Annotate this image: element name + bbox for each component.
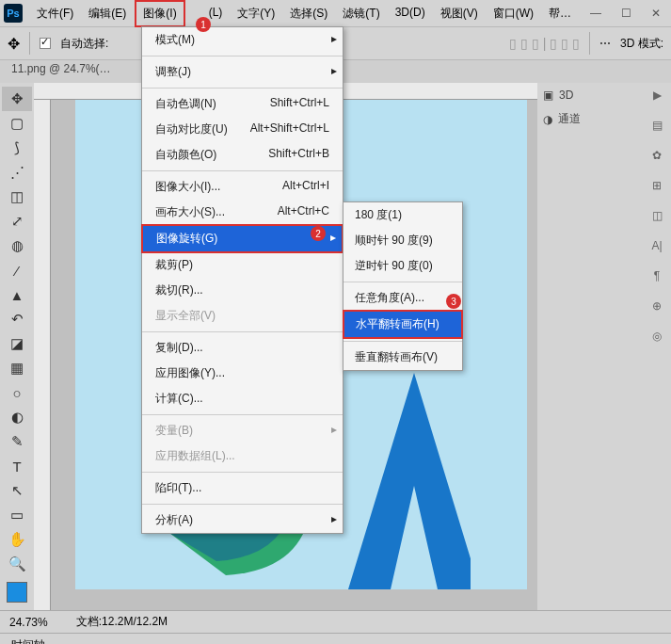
menu-item-8[interactable]: 图像大小(I)...Alt+Ctrl+I [142, 174, 343, 200]
eyedropper-tool[interactable]: ⤢ [2, 209, 32, 233]
submenu-item-0[interactable]: 180 度(1) [343, 202, 462, 228]
annotation-badge-2: 2 [311, 226, 326, 241]
menu-item-2[interactable]: 调整(J) [142, 59, 343, 85]
lasso-tool[interactable]: ⟆ [2, 136, 32, 160]
gradient-tool[interactable]: ▦ [2, 356, 32, 380]
menu-8[interactable]: 3D(D) [389, 2, 432, 25]
menu-item-5[interactable]: 自动对比度(U)Alt+Shift+Ctrl+L [142, 117, 343, 142]
ps-logo: Ps [4, 4, 23, 23]
history-brush-tool[interactable]: ↶ [2, 307, 32, 331]
menu-item-22[interactable]: 陷印(T)... [142, 475, 343, 501]
panel-3d[interactable]: ▣ 3D [543, 89, 637, 102]
menu-10[interactable]: 窗口(W) [487, 2, 540, 25]
extra-icon[interactable]: ⊕ [652, 299, 662, 313]
brush-panel-icon[interactable]: ✿ [652, 149, 662, 162]
hand-tool[interactable]: ✋ [2, 527, 32, 552]
timeline-panel[interactable]: 时间轴 [0, 633, 671, 644]
minimize-button[interactable]: — [581, 0, 611, 26]
submenu-item-4[interactable]: 水平翻转画布(H) [344, 312, 461, 337]
menu-item-12[interactable]: 裁切(R)... [142, 278, 343, 303]
annotation-badge-1: 1 [196, 17, 211, 32]
menu-1[interactable]: 编辑(E) [82, 2, 133, 25]
para-icon[interactable]: ¶ [654, 269, 660, 282]
menu-2[interactable]: 图像(I) [135, 0, 184, 27]
dodge-tool[interactable]: ◐ [2, 405, 32, 429]
right-collapsed-panels: ▶ ▤ ✿ ⊞ ◫ A| ¶ ⊕ ◎ [643, 83, 671, 610]
brushset-icon[interactable]: ⊞ [652, 179, 662, 192]
submenu-item-3[interactable]: 任意角度(A)... [343, 285, 462, 311]
menu-item-6[interactable]: 自动颜色(O)Shift+Ctrl+B [142, 142, 343, 168]
wand-tool[interactable]: ⋰ [2, 160, 32, 185]
status-bar: 24.73% 文档:12.2M/12.2M [0, 610, 671, 633]
auto-select-label: 自动选择: [60, 36, 108, 52]
menu-item-11[interactable]: 裁剪(P) [142, 252, 343, 278]
align-buttons[interactable]: ▯ ▯ ▯ | ▯ ▯ ▯ [509, 36, 580, 51]
zoom-tool[interactable]: 🔍 [2, 552, 32, 576]
history-icon[interactable]: ▤ [652, 119, 663, 132]
menu-item-0[interactable]: 模式(M) [142, 27, 343, 53]
play-icon[interactable]: ▶ [653, 89, 662, 102]
menu-item-13: 显示全部(V) [142, 303, 343, 329]
menu-7[interactable]: 滤镜(T) [336, 2, 386, 25]
shape-tool[interactable]: ▭ [2, 503, 32, 527]
eraser-tool[interactable]: ◪ [2, 331, 32, 356]
submenu-item-1[interactable]: 顺时针 90 度(9) [343, 228, 462, 253]
image-menu-dropdown: 模式(M)调整(J)自动色调(N)Shift+Ctrl+L自动对比度(U)Alt… [141, 26, 343, 534]
panel-channels[interactable]: ◑ 通道 [543, 111, 637, 127]
move-tool-icon: ✥ [8, 35, 20, 53]
menu-item-20: 应用数据组(L)... [142, 443, 343, 469]
pen-tool[interactable]: ✎ [2, 429, 32, 454]
char-icon[interactable]: A| [651, 239, 662, 252]
type-tool[interactable]: T [2, 454, 32, 478]
menu-9[interactable]: 视图(V) [434, 2, 485, 25]
annotation-badge-3: 3 [446, 294, 461, 309]
zoom-level[interactable]: 24.73% [9, 616, 48, 629]
menu-item-19: 变量(B) [142, 418, 343, 443]
left-toolbar: ✥ ▢ ⟆ ⋰ ◫ ⤢ ◍ ⁄ ▲ ↶ ◪ ▦ ○ ◐ ✎ T ↖ ▭ ✋ 🔍 [0, 83, 34, 610]
path-tool[interactable]: ↖ [2, 478, 32, 503]
auto-select-checkbox[interactable] [40, 38, 51, 49]
menu-item-4[interactable]: 自动色调(N)Shift+Ctrl+L [142, 91, 343, 117]
ruler-vertical [34, 100, 51, 610]
menu-item-16[interactable]: 应用图像(Y)... [142, 361, 343, 386]
stamp-tool[interactable]: ▲ [2, 282, 32, 307]
mode-3d-label: 3D 模式: [620, 36, 663, 52]
menu-11[interactable]: 帮… [542, 2, 578, 25]
doc-size: 文档:12.2M/12.2M [76, 614, 168, 630]
blur-tool[interactable]: ○ [2, 380, 32, 405]
move-tool[interactable]: ✥ [2, 87, 32, 111]
close-button[interactable]: ✕ [641, 0, 671, 26]
menu-5[interactable]: 文字(Y) [231, 2, 281, 25]
menu-6[interactable]: 选择(S) [283, 2, 334, 25]
submenu-item-5[interactable]: 垂直翻转画布(V) [343, 345, 462, 370]
heal-tool[interactable]: ◍ [2, 233, 32, 258]
marquee-tool[interactable]: ▢ [2, 111, 32, 136]
menu-item-24[interactable]: 分析(A) [142, 507, 343, 533]
image-rotation-submenu: 180 度(1)顺时针 90 度(9)逆时针 90 度(0)任意角度(A)...… [343, 201, 463, 371]
crop-tool[interactable]: ◫ [2, 185, 32, 209]
right-panel: ▣ 3D ◑ 通道 [537, 83, 643, 610]
brush-tool[interactable]: ⁄ [2, 258, 32, 282]
cc-icon[interactable]: ◎ [652, 330, 662, 343]
cube-icon: ▣ [543, 89, 553, 102]
menubar: 文件(F)编辑(E)图像(I)(L)文字(Y)选择(S)滤镜(T)3D(D)视图… [30, 2, 578, 25]
menu-item-15[interactable]: 复制(D)... [142, 335, 343, 361]
maximize-button[interactable]: ☐ [611, 0, 641, 26]
menu-item-17[interactable]: 计算(C)... [142, 386, 343, 411]
channels-icon: ◑ [543, 113, 552, 126]
submenu-item-2[interactable]: 逆时针 90 度(0) [343, 253, 462, 279]
menu-0[interactable]: 文件(F) [30, 2, 80, 25]
menu-item-9[interactable]: 画布大小(S)...Alt+Ctrl+C [142, 200, 343, 225]
clone-icon[interactable]: ◫ [652, 209, 663, 222]
foreground-color[interactable] [7, 582, 27, 603]
